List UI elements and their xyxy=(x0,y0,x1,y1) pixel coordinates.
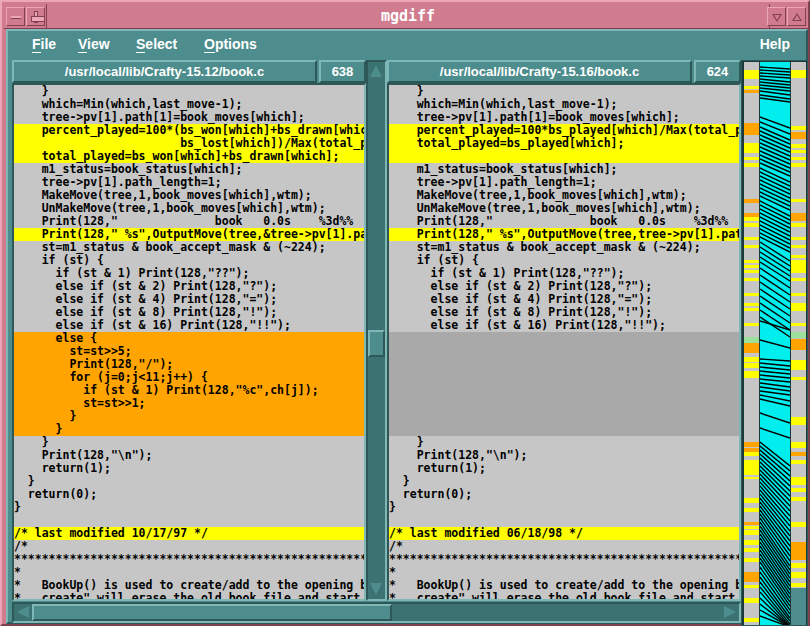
code-line[interactable]: MakeMove(tree,1,book_moves[which],wtm); xyxy=(389,189,739,202)
lower-button[interactable] xyxy=(767,7,786,26)
code-line[interactable] xyxy=(389,150,739,163)
scroll-up-arrow-icon[interactable] xyxy=(368,62,385,82)
code-line[interactable]: tree->pv[1].path_length=1; xyxy=(389,176,739,189)
code-line[interactable] xyxy=(389,514,739,527)
code-line[interactable]: percent_played=100*bs_played[which]/Max(… xyxy=(389,124,739,137)
vertical-scrollbar-thumb[interactable] xyxy=(368,330,385,357)
code-line[interactable]: } xyxy=(389,436,739,449)
code-line[interactable]: Print(128,"\n"); xyxy=(14,449,364,462)
code-line[interactable]: for (j=0;j<11;j++) { xyxy=(14,371,364,384)
code-line[interactable]: Print(128," book 0.0s %3d%% ",percent_pl… xyxy=(389,215,739,228)
code-line[interactable]: Print(128,"/"); xyxy=(14,358,364,371)
code-line[interactable]: Print(128," %s",OutputMove(tree,&tree->p… xyxy=(14,228,364,241)
code-line[interactable]: * create" will erase the old book file a… xyxy=(14,592,364,601)
code-line[interactable]: m1_status=book_status[which]; xyxy=(389,163,739,176)
code-line[interactable] xyxy=(389,397,739,410)
code-line[interactable] xyxy=(389,410,739,423)
code-line[interactable]: st=m1_status & book_accept_mask & (~224)… xyxy=(389,241,739,254)
menu-select[interactable]: Select xyxy=(136,34,177,54)
menu-help[interactable]: Help xyxy=(760,34,790,54)
code-line[interactable]: else { xyxy=(14,332,364,345)
code-line[interactable]: /* xyxy=(389,540,739,553)
code-line[interactable]: /* last modified 10/17/97 */ xyxy=(14,527,364,540)
code-line[interactable]: if (st & 1) Print(128,"??"); xyxy=(14,267,364,280)
code-line[interactable]: * BookUp() is used to create/add to the … xyxy=(389,579,739,592)
code-line[interactable]: tree->pv[1].path_length=1; xyxy=(14,176,364,189)
code-line[interactable]: ****************************************… xyxy=(14,553,364,566)
code-line[interactable]: * xyxy=(14,566,364,579)
code-line[interactable] xyxy=(389,332,739,345)
code-line[interactable]: * BookUp() is used to create/add to the … xyxy=(14,579,364,592)
code-line[interactable]: else if (st & 8) Print(128,"!"); xyxy=(14,306,364,319)
code-line[interactable]: if (st & 1) Print(128,"%c",ch[j]); xyxy=(14,384,364,397)
code-line[interactable]: tree->pv[1].path[1]=book_moves[which]; xyxy=(389,111,739,124)
code-line[interactable]: else if (st & 2) Print(128,"?"); xyxy=(389,280,739,293)
iconify-button[interactable] xyxy=(26,7,45,26)
code-line[interactable]: Print(128," book 0.0s %3d%% ",percent_pl… xyxy=(14,215,364,228)
code-line[interactable]: return(0); xyxy=(14,488,364,501)
code-line[interactable]: ****************************************… xyxy=(389,553,739,566)
code-line[interactable]: percent_played=100*(bs_won[which]+bs_dra… xyxy=(14,124,364,137)
code-line[interactable]: /* last modified 06/18/98 */ xyxy=(389,527,739,540)
menu-file[interactable]: File xyxy=(32,34,56,54)
code-line[interactable]: MakeMove(tree,1,book_moves[which],wtm); xyxy=(14,189,364,202)
horizontal-scrollbar[interactable] xyxy=(12,602,741,623)
code-line[interactable]: else if (st & 2) Print(128,"?"); xyxy=(14,280,364,293)
code-line[interactable]: } xyxy=(14,475,364,488)
code-line[interactable]: if (st) { xyxy=(14,254,364,267)
code-line[interactable]: } xyxy=(14,501,364,514)
code-line[interactable] xyxy=(389,345,739,358)
code-line[interactable]: return(1); xyxy=(14,462,364,475)
code-line[interactable] xyxy=(389,371,739,384)
code-line[interactable]: return(1); xyxy=(389,462,739,475)
code-line[interactable]: /* xyxy=(14,540,364,553)
code-line[interactable]: Print(128," %s",OutputMove(tree,tree->pv… xyxy=(389,228,739,241)
code-line[interactable]: else if (st & 16) Print(128,"!!"); xyxy=(14,319,364,332)
code-line[interactable]: else if (st & 4) Print(128,"="); xyxy=(14,293,364,306)
code-line[interactable]: if (st) { xyxy=(389,254,739,267)
code-line[interactable]: else if (st & 4) Print(128,"="); xyxy=(389,293,739,306)
code-line[interactable]: } xyxy=(14,85,364,98)
left-code-pane[interactable]: } which=Min(which,last_move-1); tree->pv… xyxy=(12,83,366,601)
code-line[interactable]: } xyxy=(14,423,364,436)
code-line[interactable]: st=st>>5; xyxy=(14,345,364,358)
code-line[interactable]: } xyxy=(389,475,739,488)
code-line[interactable] xyxy=(389,423,739,436)
code-line[interactable]: total_played=bs_won[which]+bs_drawn[whic… xyxy=(14,150,364,163)
code-line[interactable]: tree->pv[1].path[1]=book_moves[which]; xyxy=(14,111,364,124)
code-line[interactable]: * create" will erase the old book file a… xyxy=(389,592,739,601)
vertical-scrollbar[interactable] xyxy=(366,60,387,601)
scroll-left-arrow-icon[interactable] xyxy=(14,604,32,621)
code-line[interactable]: UnMakeMove(tree,1,book_moves[which],wtm)… xyxy=(14,202,364,215)
code-line[interactable]: m1_status=book_status[which]; xyxy=(14,163,364,176)
code-line[interactable]: else if (st & 16) Print(128,"!!"); xyxy=(389,319,739,332)
horizontal-scrollbar-thumb[interactable] xyxy=(32,604,392,621)
scroll-right-arrow-icon[interactable] xyxy=(721,604,739,621)
right-code-pane[interactable]: } which=Min(which,last_move-1); tree->pv… xyxy=(387,83,741,601)
minimize-button[interactable] xyxy=(6,7,25,26)
code-line[interactable] xyxy=(389,384,739,397)
code-line[interactable]: else if (st & 8) Print(128,"!"); xyxy=(389,306,739,319)
code-line[interactable]: * xyxy=(389,566,739,579)
code-line[interactable]: which=Min(which,last_move-1); xyxy=(14,98,364,111)
code-line[interactable]: total_played=bs_played[which]; xyxy=(389,137,739,150)
menu-view[interactable]: View xyxy=(78,34,110,54)
code-line[interactable]: return(0); xyxy=(389,488,739,501)
code-line[interactable] xyxy=(389,358,739,371)
code-line[interactable]: Print(128,"\n"); xyxy=(389,449,739,462)
title-bar[interactable]: mgdiff xyxy=(4,4,808,29)
code-line[interactable]: } xyxy=(14,436,364,449)
diff-overview-map[interactable] xyxy=(741,60,808,626)
code-line[interactable] xyxy=(14,514,364,527)
code-line[interactable]: UnMakeMove(tree,1,book_moves[which],wtm)… xyxy=(389,202,739,215)
code-line[interactable]: st=m1_status & book_accept_mask & (~224)… xyxy=(14,241,364,254)
menu-options[interactable]: Options xyxy=(204,34,257,54)
code-line[interactable]: st=st>>1; xyxy=(14,397,364,410)
code-line[interactable]: bs_lost[which])/Max(total_played,1); xyxy=(14,137,364,150)
raise-button[interactable] xyxy=(787,7,806,26)
scroll-down-arrow-icon[interactable] xyxy=(368,579,385,599)
code-line[interactable]: if (st & 1) Print(128,"??"); xyxy=(389,267,739,280)
code-line[interactable]: } xyxy=(389,501,739,514)
code-line[interactable]: } xyxy=(389,85,739,98)
code-line[interactable]: } xyxy=(14,410,364,423)
